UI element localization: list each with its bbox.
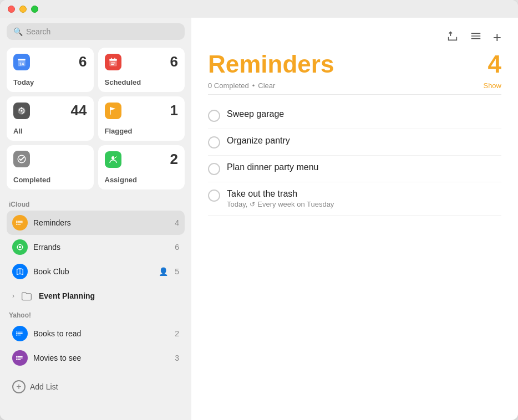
share-button[interactable] — [446, 30, 459, 45]
folder-icon — [19, 288, 34, 304]
svg-rect-23 — [19, 249, 20, 250]
sidebar-group-eventplanning[interactable]: › Event Planning — [7, 284, 185, 308]
reminder-item-sweep[interactable]: Sweep garage — [208, 103, 501, 129]
smart-list-scheduled[interactable]: 6 Scheduled — [98, 48, 185, 92]
reminder-recurrence: Every week on Tuesday — [257, 200, 334, 208]
reminder-subtitle: Today, ↺ Every week on Tuesday — [227, 200, 501, 208]
reminder-title: Organize pantry — [227, 136, 501, 146]
reminder-title: Take out the trash — [227, 189, 501, 199]
smart-grid: 14 6 Today — [7, 48, 185, 189]
traffic-lights — [8, 6, 38, 13]
shared-icon: 👤 — [159, 267, 168, 276]
svg-point-19 — [16, 224, 17, 225]
errands-label: Errands — [33, 243, 169, 252]
reminders-label: Reminders — [33, 218, 169, 227]
reminder-checkbox[interactable] — [208, 189, 220, 202]
svg-rect-25 — [22, 247, 23, 247]
reminder-item-dinner[interactable]: Plan dinner party menu — [208, 156, 501, 182]
all-icon — [13, 103, 30, 119]
scheduled-icon — [105, 54, 121, 70]
svg-text:14: 14 — [19, 62, 24, 66]
svg-rect-22 — [19, 244, 20, 245]
assigned-icon — [105, 151, 121, 168]
today-icon: 14 — [13, 54, 30, 70]
reminder-checkbox[interactable] — [208, 136, 220, 148]
svg-point-31 — [16, 333, 17, 334]
clear-button[interactable]: Clear — [258, 81, 275, 90]
reminder-item-trash[interactable]: Take out the trash Today, ↺ Every week o… — [208, 182, 501, 216]
moviestosee-label: Movies to see — [33, 354, 169, 362]
yahoo-section-header: Yahoo! — [7, 311, 185, 319]
sidebar-item-moviestosee[interactable]: Movies to see 3 — [7, 346, 185, 370]
svg-point-21 — [19, 246, 21, 248]
bookclub-label: Book Club — [33, 267, 153, 276]
titlebar — [0, 0, 518, 18]
svg-point-10 — [21, 110, 23, 111]
smart-list-flagged[interactable]: 1 Flagged — [98, 96, 185, 141]
bookclub-count: 5 — [175, 267, 179, 276]
smart-list-assigned[interactable]: 2 Assigned — [98, 145, 185, 189]
eventplanning-label: Event Planning — [39, 291, 95, 300]
reminder-list: Sweep garage Organize pantry Plan dinner… — [208, 103, 501, 216]
moviestosee-count: 3 — [175, 354, 179, 362]
svg-point-32 — [16, 335, 17, 336]
sidebar-item-bookstoread[interactable]: Books to read 2 — [7, 321, 185, 346]
reminder-content: Plan dinner party menu — [227, 162, 501, 172]
maximize-button[interactable] — [31, 6, 38, 13]
errands-icon — [12, 239, 28, 255]
sidebar-item-bookclub[interactable]: Book Club 👤 5 — [7, 259, 185, 284]
sidebar-item-errands[interactable]: Errands 6 — [7, 235, 185, 259]
svg-rect-1 — [18, 59, 26, 60]
search-icon: 🔍 — [13, 27, 23, 36]
smart-list-completed[interactable]: Completed — [7, 145, 94, 189]
svg-point-17 — [16, 221, 17, 222]
chevron-icon: › — [12, 292, 14, 300]
content-count: 4 — [488, 50, 501, 78]
add-reminder-button[interactable]: + — [493, 29, 501, 46]
list-options-button[interactable] — [470, 30, 482, 45]
reminder-checkbox[interactable] — [208, 110, 220, 122]
search-placeholder: Search — [26, 27, 50, 36]
content-header: Reminders 4 — [208, 50, 501, 78]
reminder-content: Take out the trash Today, ↺ Every week o… — [227, 189, 501, 208]
separator: • — [252, 81, 255, 90]
reminder-title: Plan dinner party menu — [227, 162, 501, 172]
minimize-button[interactable] — [19, 6, 27, 13]
completed-row: 0 Completed • Clear Show — [208, 81, 501, 95]
icloud-section-header: iCloud — [7, 201, 185, 208]
svg-point-37 — [16, 357, 17, 358]
svg-point-18 — [16, 222, 17, 223]
content-area: + Reminders 4 0 Completed • Clear Show — [191, 18, 518, 420]
reminder-checkbox[interactable] — [208, 163, 220, 175]
svg-point-36 — [16, 356, 17, 357]
show-button[interactable]: Show — [483, 81, 501, 90]
smart-list-all[interactable]: 44 All — [7, 96, 94, 141]
assigned-label: Assigned — [105, 176, 179, 184]
svg-rect-4 — [109, 59, 117, 61]
reminder-content: Sweep garage — [227, 109, 501, 119]
add-icon: + — [12, 380, 26, 393]
all-count: 44 — [71, 102, 87, 119]
repeat-icon: ↺ — [250, 201, 255, 208]
app-window: 🔍 Search 14 6 — [0, 0, 518, 420]
add-list-button[interactable]: + Add List — [7, 376, 185, 398]
bookclub-icon — [12, 264, 28, 279]
completed-label: Completed — [13, 176, 87, 184]
today-label: Today — [13, 78, 87, 86]
main-layout: 🔍 Search 14 6 — [0, 18, 518, 420]
all-label: All — [13, 127, 87, 135]
moviestosee-icon — [12, 350, 28, 366]
reminder-date: Today, — [227, 200, 247, 208]
reminder-content: Organize pantry — [227, 136, 501, 146]
completed-icon — [13, 151, 30, 167]
bookstoread-label: Books to read — [33, 329, 169, 338]
reminder-item-organize[interactable]: Organize pantry — [208, 129, 501, 156]
close-button[interactable] — [8, 6, 15, 13]
content-toolbar: + — [208, 29, 501, 46]
bookstoread-icon — [12, 326, 28, 341]
reminder-title: Sweep garage — [227, 109, 501, 119]
search-bar[interactable]: 🔍 Search — [7, 23, 185, 40]
smart-list-today[interactable]: 14 6 Today — [7, 48, 94, 92]
sidebar-item-reminders[interactable]: Reminders 4 — [7, 211, 185, 235]
bookstoread-count: 2 — [175, 329, 179, 338]
